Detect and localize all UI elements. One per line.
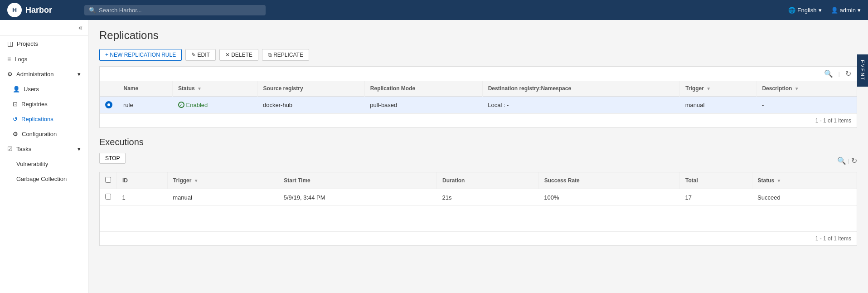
col-select [100, 81, 118, 97]
radio-selected [105, 101, 112, 108]
event-tab[interactable]: EVENT [857, 54, 868, 87]
username-label: admin [840, 7, 856, 14]
replications-icon: ↺ [13, 116, 18, 122]
status-dot [178, 102, 184, 108]
row-checkbox[interactable] [105, 194, 111, 200]
sidebar-item-replications[interactable]: ↺ Replications [5, 112, 88, 127]
top-nav: H Harbor 🔍 🌐 English ▾ 👤 admin ▾ [0, 0, 868, 20]
logo: H [7, 3, 22, 17]
replication-toolbar: + NEW REPLICATION RULE ✎ EDIT ✕ DELETE ⧉… [99, 49, 857, 61]
executions-refresh-button[interactable]: ↻ [851, 156, 857, 165]
table-row[interactable]: rule Enabled docker-hub pull-based Local… [100, 97, 857, 113]
collapse-button[interactable]: « [78, 24, 82, 32]
language-label: English [797, 7, 817, 14]
user-menu[interactable]: 👤 admin ▾ [831, 7, 861, 14]
language-selector[interactable]: 🌐 English ▾ [788, 7, 822, 14]
chevron-down-icon: ▾ [78, 71, 81, 78]
rules-search-button[interactable]: 🔍 [822, 68, 835, 79]
sidebar-item-label: Logs [15, 56, 27, 63]
sidebar-item-label: Replications [21, 116, 53, 122]
sidebar-item-label: Configuration [22, 131, 57, 137]
col-success-rate: Success Rate [538, 172, 679, 189]
status-enabled: Enabled [178, 102, 252, 108]
sidebar-section-administration[interactable]: ⚙ Administration ▾ [0, 67, 88, 82]
sidebar-item-configuration[interactable]: ⚙ Configuration [5, 127, 88, 142]
logo-initial: H [12, 6, 17, 14]
col-checkbox [100, 172, 117, 189]
executions-title: Executions [99, 137, 857, 147]
projects-icon: ◫ [7, 40, 13, 47]
status-label: Enabled [186, 102, 208, 108]
replicate-button[interactable]: ⧉ REPLICATE [262, 49, 309, 61]
sidebar-item-projects[interactable]: ◫ Projects [0, 36, 88, 51]
col-total: Total [680, 172, 752, 189]
executions-table: ID Trigger ▼ Start Time Duration Success… [100, 172, 857, 231]
sidebar-item-label: Projects [17, 40, 38, 47]
exec-status-cell: Succeed [752, 189, 857, 206]
sidebar-item-users[interactable]: 👤 Users [5, 82, 88, 97]
sidebar-item-label: Vulnerability [16, 161, 48, 167]
chevron-down-icon: ▾ [78, 146, 81, 152]
col-duration: Duration [437, 172, 539, 189]
app-name: Harbor [25, 5, 52, 15]
rule-status-cell: Enabled [173, 97, 258, 113]
rule-name-cell: rule [118, 97, 173, 113]
col-start-time: Start Time [278, 172, 437, 189]
administration-icon: ⚙ [7, 71, 13, 78]
col-trigger[interactable]: Trigger ▼ [167, 172, 278, 189]
sort-icon: ▼ [197, 86, 202, 91]
chevron-down-icon: ▾ [819, 7, 822, 14]
sidebar: « ◫ Projects ≡ Logs ⚙ Administration ▾ 👤… [0, 20, 88, 293]
sidebar-item-logs[interactable]: ≡ Logs [0, 51, 88, 67]
sort-icon: ▼ [777, 178, 781, 183]
rule-description-cell: - [756, 97, 857, 113]
search-area[interactable]: 🔍 [84, 5, 266, 15]
exec-checkbox-cell [100, 189, 117, 206]
col-status[interactable]: Status ▼ [752, 172, 857, 189]
col-trigger[interactable]: Trigger ▼ [680, 81, 756, 97]
col-source-registry: Source registry [257, 81, 364, 97]
edit-button[interactable]: ✎ EDIT [185, 49, 216, 61]
page-title: Replications [99, 29, 857, 42]
search-input[interactable] [99, 7, 261, 14]
sidebar-item-label: Garbage Collection [16, 176, 67, 182]
sort-icon: ▼ [706, 86, 711, 91]
col-status[interactable]: Status ▼ [173, 81, 258, 97]
col-description[interactable]: Description ▼ [756, 81, 857, 97]
col-destination: Destination registry:Namespace [482, 81, 680, 97]
user-icon: 👤 [831, 7, 838, 14]
sidebar-item-label: Registries [21, 101, 48, 107]
sidebar-item-registries[interactable]: ⊡ Registries [5, 97, 88, 112]
stop-button[interactable]: STOP [99, 153, 126, 164]
executions-table-container: ID Trigger ▼ Start Time Duration Success… [99, 172, 857, 246]
executions-table-header: ID Trigger ▼ Start Time Duration Success… [100, 172, 857, 189]
rule-trigger-cell: manual [680, 97, 756, 113]
main-content: Replications + NEW REPLICATION RULE ✎ ED… [88, 20, 868, 293]
exec-duration-cell: 21s [437, 189, 539, 206]
administration-label: Administration [16, 71, 53, 78]
rules-refresh-button[interactable]: ↻ [844, 68, 853, 79]
rule-replication-mode-cell: pull-based [364, 97, 482, 113]
administration-submenu: 👤 Users ⊡ Registries ↺ Replications ⚙ Co… [0, 82, 88, 142]
rules-table-toolbar: 🔍 | ↻ [100, 67, 857, 81]
rules-table-header: Name Status ▼ Source registry Replicatio… [100, 81, 857, 97]
col-name: Name [118, 81, 173, 97]
table-row-empty [100, 206, 857, 231]
table-row[interactable]: 1 manual 5/9/19, 3:44 PM 21s 100% 17 Suc… [100, 189, 857, 206]
new-replication-rule-button[interactable]: + NEW REPLICATION RULE [99, 49, 182, 61]
sidebar-item-vulnerability[interactable]: Vulnerability [5, 156, 88, 171]
exec-trigger-cell: manual [167, 189, 278, 206]
executions-pagination: 1 - 1 of 1 items [100, 231, 857, 245]
right-area: 🌐 English ▾ 👤 admin ▾ [788, 7, 861, 14]
rules-table-container: 🔍 | ↻ Name Status ▼ Source registry Repl… [99, 66, 857, 128]
globe-icon: 🌐 [788, 7, 795, 14]
sidebar-collapse: « [0, 20, 88, 36]
configuration-icon: ⚙ [13, 131, 18, 137]
col-replication-mode: Replication Mode [364, 81, 482, 97]
sidebar-section-tasks[interactable]: ☑ Tasks ▾ [0, 142, 88, 156]
select-all-checkbox[interactable] [105, 177, 111, 183]
executions-search-button[interactable]: 🔍 [837, 156, 846, 165]
sidebar-item-garbage-collection[interactable]: Garbage Collection [5, 171, 88, 186]
delete-button[interactable]: ✕ DELETE [219, 49, 258, 61]
users-icon: 👤 [13, 86, 20, 93]
